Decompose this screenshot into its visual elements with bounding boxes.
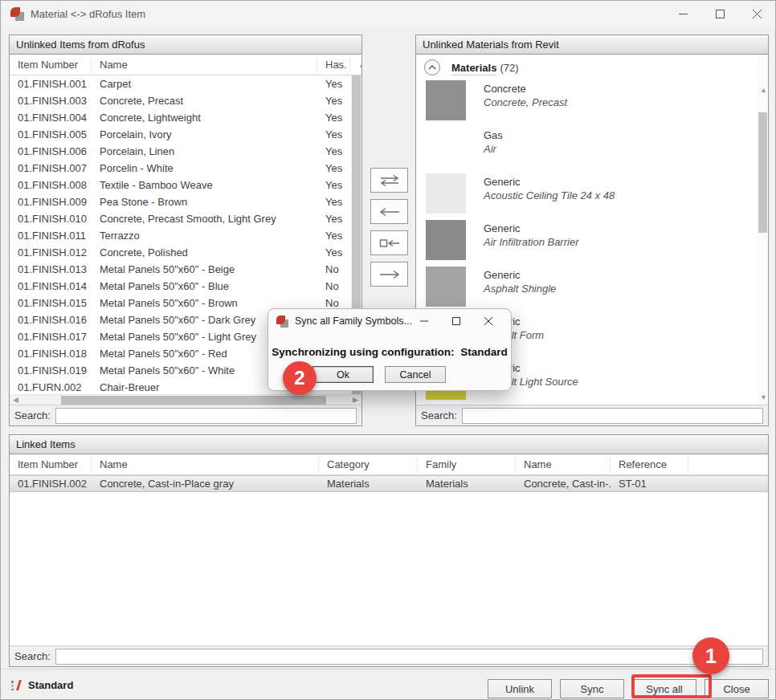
table-row[interactable]: 01.FINISH.004 Concrete, Lightweight Yes (10, 109, 361, 126)
materials-group-count: (72) (500, 62, 518, 74)
cancel-button[interactable]: Cancel (385, 366, 446, 383)
cell-has: Yes (317, 145, 350, 157)
cell-has: Yes (317, 78, 350, 90)
dialog-title-bar: Sync all Family Symbols... (268, 309, 511, 333)
col-name2[interactable]: Name (516, 458, 611, 472)
cell-has: No (317, 297, 350, 309)
right-vertical-scrollbar[interactable]: ▲ ▼ (758, 55, 768, 405)
material-drofus-window: Material <-> dRofus Item Unlinked Items … (0, 0, 776, 700)
material-swatch (426, 220, 466, 260)
table-row[interactable]: 01.FINISH.014 Metal Panels 50"x60" - Blu… (10, 278, 361, 295)
cell-has: Yes (317, 230, 350, 242)
minimize-icon[interactable] (664, 1, 701, 26)
cell-item-number: 01.FINISH.008 (10, 179, 92, 191)
table-row[interactable]: 01.FINISH.002 Concrete, Cast-in-Place gr… (10, 475, 768, 492)
scroll-up-icon[interactable]: ▲ (350, 58, 361, 72)
search-label: Search: (14, 409, 51, 421)
material-swatch (426, 267, 466, 307)
cell-item-number: 01.FINISH.002 (10, 478, 92, 490)
col-name[interactable]: Name (92, 58, 317, 72)
cell-item-number: 01.FINISH.004 (10, 112, 92, 124)
col-family[interactable]: Family (418, 458, 516, 472)
unlink-button[interactable]: Unlink (488, 679, 552, 698)
revit-search-input[interactable] (462, 408, 763, 424)
close-icon[interactable] (738, 1, 775, 26)
table-row[interactable]: 01.FINISH.008 Textile - Bamboo Weave Yes (10, 177, 361, 193)
scroll-up-icon[interactable]: ▲ (760, 87, 767, 94)
assign-left-button[interactable] (370, 230, 408, 255)
move-right-icon (379, 269, 400, 280)
material-class: Generic (484, 175, 615, 189)
maximize-icon[interactable] (440, 309, 472, 333)
sync-button[interactable]: Sync (560, 679, 624, 698)
cell-name: Concrete, Polished (92, 246, 317, 258)
list-item[interactable]: Gas Air (416, 127, 768, 173)
cell-item-number: 01.FINISH.013 (10, 263, 92, 275)
table-row[interactable]: 01.FINISH.007 Porcelin - White Yes (10, 160, 361, 177)
material-class: Concrete (484, 82, 567, 96)
cell-item-number: 01.FINISH.005 (10, 128, 92, 140)
col-has[interactable]: Has. (317, 58, 350, 72)
linked-search-input[interactable] (55, 649, 763, 665)
scroll-left-icon[interactable]: ◀ (13, 397, 18, 404)
col-item-number[interactable]: Item Number (10, 58, 92, 72)
cell-item-number: 01.FINISH.001 (10, 78, 92, 90)
scroll-right-icon[interactable]: ▶ (353, 397, 358, 404)
drofus-search-input[interactable] (55, 408, 357, 424)
cell-name: Metal Panels 50"x60" - Beige (92, 263, 317, 275)
table-row[interactable]: 01.FINISH.003 Concrete, Precast Yes (10, 92, 361, 109)
linked-search-row: Search: (10, 645, 768, 666)
cell-name: Porcelain, Linen (92, 145, 317, 157)
col-item-number[interactable]: Item Number (10, 458, 92, 472)
table-row[interactable]: 01.FINISH.011 Terrazzo Yes (10, 227, 361, 244)
step-2-badge: 2 (283, 361, 317, 395)
maximize-icon[interactable] (701, 1, 738, 26)
revit-search-row: Search: (416, 405, 768, 425)
cell-item-number: 01.FINISH.019 (10, 364, 92, 376)
list-item[interactable]: Generic Asphalt Shingle (416, 267, 768, 313)
ok-button[interactable]: Ok (312, 366, 374, 383)
table-row[interactable]: 01.FINISH.010 Concrete, Precast Smooth, … (10, 210, 361, 227)
cell-name: Terrazzo (92, 230, 317, 242)
cell-name: Metal Panels 50"x60" - Blue (92, 280, 317, 292)
cell-name: Porcelin - White (92, 162, 317, 174)
col-name[interactable]: Name (92, 458, 319, 472)
cell-item-number: 01.FINISH.016 (10, 314, 92, 326)
move-right-button[interactable] (370, 262, 408, 287)
cell-name: Concrete, Precast Smooth, Light Grey (92, 213, 317, 225)
list-item[interactable]: Generic Air Infiltration Barrier (416, 220, 768, 267)
minimize-icon[interactable] (408, 309, 440, 333)
linked-table-header: Item Number Name Category Family Name Re… (10, 454, 768, 475)
cell-has: Yes (317, 246, 350, 258)
close-icon[interactable] (472, 309, 504, 333)
assign-left-icon (379, 238, 400, 249)
table-row[interactable]: 01.FINISH.012 Concrete, Polished Yes (10, 244, 361, 261)
list-item[interactable]: Generic Acoustic Ceiling Tile 24 x 48 (416, 173, 768, 220)
left-horizontal-scrollbar[interactable]: ◀ ▶ (10, 394, 361, 405)
list-item[interactable]: Concrete Concrete, Precast (416, 80, 768, 127)
cell-item-number: 01.FINISH.014 (10, 280, 92, 292)
drofus-app-icon (10, 7, 24, 21)
unlinked-revit-panel-title: Unlinked Materials from Revit (416, 35, 768, 55)
material-class: Generic (484, 222, 578, 235)
table-row[interactable]: 01.FINISH.009 Pea Stone - Brown Yes (10, 193, 361, 210)
table-row[interactable]: 01.FINISH.001 Carpet Yes (10, 75, 361, 92)
material-name: Concrete, Precast (484, 96, 567, 109)
linked-items-list: 01.FINISH.002 Concrete, Cast-in-Place gr… (10, 475, 768, 645)
col-reference[interactable]: Reference (611, 458, 688, 472)
collapse-group-icon[interactable] (424, 59, 440, 75)
move-left-button[interactable] (370, 199, 408, 224)
table-row[interactable]: 01.FINISH.013 Metal Panels 50"x60" - Bei… (10, 261, 361, 278)
cell-item-number: 01.FINISH.015 (10, 297, 92, 309)
scroll-down-icon[interactable]: ▼ (760, 394, 767, 401)
cell-item-number: 01.FINISH.003 (10, 95, 92, 107)
close-button[interactable]: Close (705, 679, 769, 698)
window-title: Material <-> dRofus Item (31, 8, 145, 20)
search-label: Search: (14, 650, 51, 662)
swap-link-button[interactable] (370, 168, 408, 193)
cell-item-number: 01.FINISH.006 (10, 145, 92, 157)
col-category[interactable]: Category (319, 458, 418, 472)
table-row[interactable]: 01.FINISH.006 Porcelain, Linen Yes (10, 143, 361, 160)
table-row[interactable]: 01.FINISH.005 Porcelain, Ivory Yes (10, 126, 361, 143)
materials-group-header: Materials(72) (416, 55, 768, 80)
